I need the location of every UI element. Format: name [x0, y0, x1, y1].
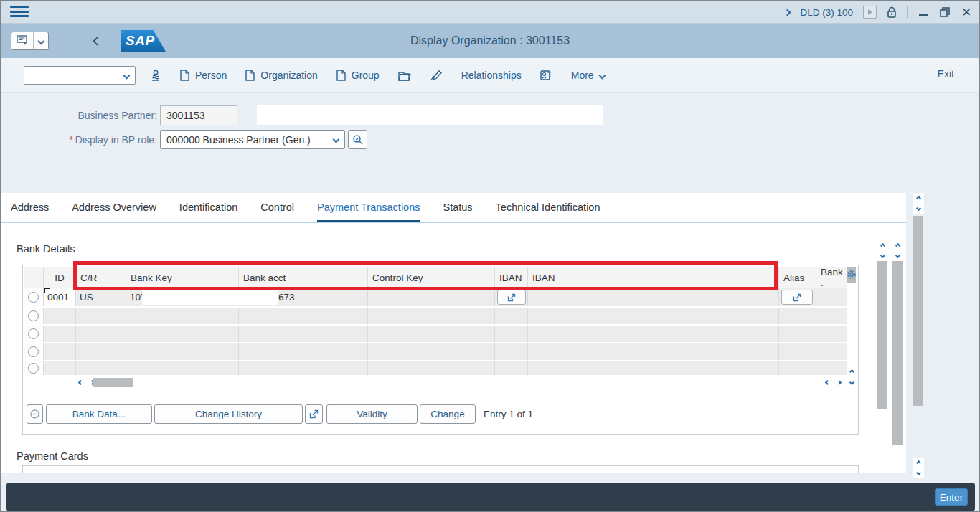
row-radio[interactable] — [24, 361, 44, 375]
cell-iban-button[interactable] — [495, 308, 528, 324]
cell-id[interactable] — [44, 361, 76, 375]
business-partner-name-field[interactable] — [257, 105, 603, 125]
column-header-bank-key[interactable]: Bank Key — [126, 267, 239, 288]
cell-bank-key[interactable] — [126, 326, 239, 342]
cell-iban[interactable] — [528, 343, 779, 360]
cell-id[interactable] — [44, 326, 76, 342]
cell-control-key[interactable] — [368, 361, 495, 375]
tab-status[interactable]: Status — [443, 192, 473, 222]
organization-button[interactable]: Organization — [245, 70, 317, 81]
cell-bank-key[interactable] — [126, 361, 239, 375]
page-scrollbar-thumb[interactable] — [913, 216, 923, 406]
cell-iban[interactable] — [528, 308, 779, 324]
cell-cr[interactable] — [76, 308, 126, 324]
play-icon[interactable] — [863, 6, 877, 19]
validity-button[interactable]: Validity — [326, 404, 418, 424]
column-header-control-key[interactable]: Control Key — [368, 267, 495, 288]
cell-id[interactable]: 0001 — [44, 288, 76, 306]
person-badge-button[interactable] — [540, 70, 552, 81]
column-header-iban[interactable]: IBAN — [528, 267, 779, 288]
change-button[interactable]: Change — [420, 404, 476, 424]
forward-chevron-icon[interactable] — [784, 9, 791, 16]
scroll-down-button[interactable] — [913, 203, 924, 214]
cell-bank[interactable] — [816, 343, 847, 360]
cell-bank-key[interactable] — [126, 343, 239, 360]
cell-iban-button[interactable] — [495, 361, 528, 375]
open-detail-icon[interactable] — [781, 290, 813, 305]
minimize-button[interactable] — [918, 5, 929, 19]
scroll-down-button[interactable] — [892, 250, 903, 261]
row-radio[interactable] — [24, 288, 44, 306]
cell-bank-acct[interactable] — [239, 361, 368, 375]
create-session-button[interactable] — [150, 70, 161, 82]
row-radio[interactable] — [24, 308, 44, 324]
cell-cr[interactable] — [76, 343, 126, 360]
more-button[interactable]: More — [571, 70, 605, 81]
cell-cr[interactable]: US — [76, 288, 126, 306]
cell-iban[interactable] — [528, 288, 779, 306]
cell-alias[interactable] — [779, 361, 816, 375]
cell-iban[interactable] — [528, 361, 779, 375]
cell-iban-button[interactable] — [495, 326, 528, 342]
hamburger-icon[interactable] — [10, 6, 29, 19]
column-header-alias[interactable]: Alias — [779, 267, 816, 288]
cell-bank[interactable] — [816, 288, 847, 306]
enter-button[interactable]: Enter — [935, 488, 968, 506]
business-partner-field[interactable]: 3001153 — [160, 105, 237, 125]
change-history-button[interactable]: Change History — [154, 404, 303, 424]
vertical-scrollbar-thumb[interactable] — [877, 261, 887, 409]
scroll-down-button[interactable] — [847, 377, 857, 388]
scroll-up-button[interactable] — [913, 458, 924, 468]
cell-control-key[interactable] — [368, 326, 495, 342]
cell-bank[interactable] — [816, 361, 847, 375]
change-display-button[interactable] — [430, 70, 443, 81]
scroll-down-button[interactable] — [877, 250, 888, 261]
scroll-right-button[interactable] — [834, 377, 844, 388]
cell-alias[interactable] — [779, 326, 816, 342]
tab-address-overview[interactable]: Address Overview — [72, 192, 156, 222]
cell-cr[interactable] — [76, 326, 126, 342]
restore-button[interactable] — [939, 5, 951, 19]
tab-control[interactable]: Control — [260, 192, 294, 222]
tab-address[interactable]: Address — [11, 192, 49, 222]
group-button[interactable]: Group — [336, 70, 380, 81]
cell-bank-acct[interactable] — [239, 308, 368, 324]
tab-technical-identification[interactable]: Technical Identification — [496, 192, 600, 222]
row-radio[interactable] — [24, 343, 44, 360]
close-button[interactable]: ✕ — [961, 5, 972, 19]
expand-icon[interactable] — [305, 404, 323, 424]
horizontal-scrollbar-thumb[interactable] — [93, 378, 133, 387]
scroll-up-button[interactable] — [913, 193, 924, 204]
command-combobox[interactable] — [24, 66, 136, 85]
column-header-cr[interactable]: C/R — [76, 267, 126, 288]
column-header-iban-button[interactable]: IBAN — [495, 267, 528, 288]
scroll-up-button[interactable] — [877, 240, 888, 251]
bp-role-search-button[interactable] — [348, 130, 367, 149]
open-detail-icon[interactable] — [497, 290, 526, 305]
tab-payment-transactions[interactable]: Payment Transactions — [317, 192, 420, 222]
column-header-bank-acct[interactable]: Bank acct — [239, 267, 368, 288]
cell-iban-button[interactable] — [495, 343, 528, 360]
cell-bank-acct[interactable] — [239, 343, 368, 360]
scroll-down-button[interactable] — [913, 468, 924, 478]
cell-control-key[interactable] — [368, 343, 495, 360]
cell-alias[interactable] — [779, 343, 816, 360]
cell-control-key[interactable] — [368, 288, 495, 306]
column-header-bank[interactable]: Bank . — [816, 267, 847, 288]
cell-bank[interactable] — [816, 308, 847, 324]
cell-bank[interactable] — [816, 326, 847, 342]
remove-bank-button[interactable] — [27, 404, 43, 424]
cell-bank-key[interactable] — [126, 308, 239, 324]
person-button[interactable]: Person — [180, 70, 227, 81]
tab-identification[interactable]: Identification — [179, 192, 237, 222]
cell-id[interactable] — [44, 343, 76, 360]
cell-bank-acct[interactable] — [239, 326, 368, 342]
bank-data-button[interactable]: Bank Data... — [46, 404, 152, 424]
cell-cr[interactable] — [76, 361, 126, 375]
scroll-left-button[interactable] — [822, 377, 833, 388]
scroll-up-button[interactable] — [847, 366, 857, 377]
bp-role-dropdown[interactable]: 000000 Business Partner (Gen.) — [160, 130, 345, 149]
cell-id[interactable] — [44, 308, 76, 324]
cell-iban[interactable] — [528, 326, 779, 342]
lock-icon[interactable] — [887, 6, 897, 19]
